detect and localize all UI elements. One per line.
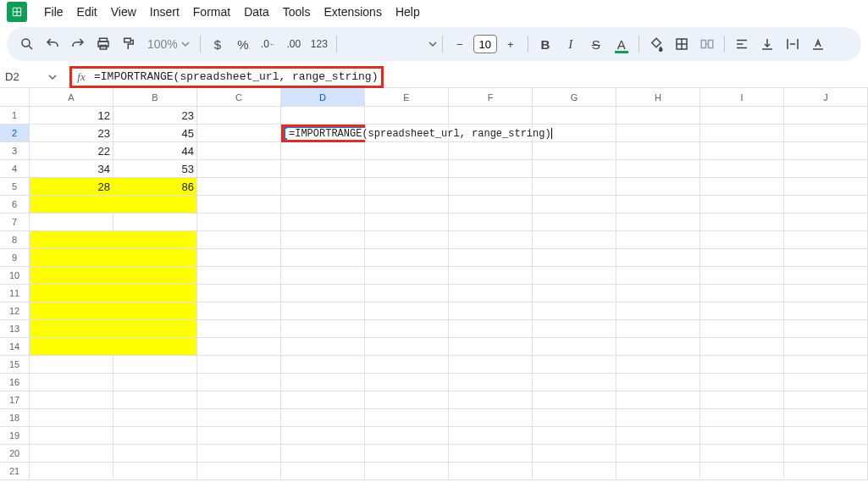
formula-input[interactable]: =IMPORTRANGE(spreadsheet_url, range_stri…	[91, 70, 381, 83]
search-icon[interactable]	[15, 32, 39, 56]
cell-H18[interactable]	[616, 409, 700, 427]
cell-J12[interactable]	[784, 302, 868, 320]
cell-C17[interactable]	[197, 391, 281, 409]
cell-I10[interactable]	[700, 267, 784, 285]
cell-J9[interactable]	[784, 249, 868, 267]
cell-A8[interactable]	[30, 231, 113, 249]
cell-D16[interactable]	[281, 374, 365, 391]
cell-G21[interactable]	[533, 463, 616, 480]
select-all-corner[interactable]	[0, 88, 30, 107]
cell-D2[interactable]: =IMPORTRANGE(spreadsheet_url, range_stri…	[281, 125, 365, 142]
cell-D13[interactable]	[281, 320, 365, 338]
bold-icon[interactable]: B	[534, 32, 557, 56]
cell-D20[interactable]	[281, 445, 365, 463]
cell-E6[interactable]	[365, 196, 449, 214]
cell-B15[interactable]	[113, 356, 197, 374]
col-header-D[interactable]: D	[281, 88, 365, 107]
cell-A7[interactable]	[30, 214, 113, 231]
cell-G7[interactable]	[533, 214, 616, 231]
cell-B14[interactable]	[113, 338, 197, 356]
cell-I2[interactable]	[700, 125, 784, 142]
borders-icon[interactable]	[670, 32, 694, 56]
cell-C8[interactable]	[197, 231, 281, 249]
cell-F20[interactable]	[449, 445, 533, 463]
cell-J15[interactable]	[784, 356, 868, 374]
cell-E18[interactable]	[365, 409, 449, 427]
cell-H11[interactable]	[616, 285, 700, 302]
col-header-C[interactable]: C	[197, 88, 281, 107]
cell-F14[interactable]	[449, 338, 533, 356]
col-header-H[interactable]: H	[616, 88, 700, 107]
row-header-17[interactable]: 17	[0, 391, 30, 409]
row-header-3[interactable]: 3	[0, 142, 30, 160]
cell-H19[interactable]	[616, 427, 700, 445]
cell-F16[interactable]	[449, 374, 533, 391]
cell-G15[interactable]	[533, 356, 616, 374]
menu-help[interactable]: Help	[389, 2, 427, 22]
redo-icon[interactable]	[66, 32, 90, 56]
cell-C7[interactable]	[197, 214, 281, 231]
cell-F4[interactable]	[449, 160, 533, 178]
cell-C11[interactable]	[197, 285, 281, 302]
cell-A2[interactable]: 23	[30, 125, 113, 142]
cell-F19[interactable]	[449, 427, 533, 445]
cell-C1[interactable]	[197, 107, 281, 125]
cell-J8[interactable]	[784, 231, 868, 249]
cell-G3[interactable]	[533, 142, 616, 160]
cell-A14[interactable]	[30, 338, 113, 356]
cell-C21[interactable]	[197, 463, 281, 480]
cell-E1[interactable]	[365, 107, 449, 125]
cell-J16[interactable]	[784, 374, 868, 391]
cell-G11[interactable]	[533, 285, 616, 302]
cell-D19[interactable]	[281, 427, 365, 445]
cell-B6[interactable]	[113, 196, 197, 214]
cell-G12[interactable]	[533, 302, 616, 320]
cell-I21[interactable]	[700, 463, 784, 480]
cell-I14[interactable]	[700, 338, 784, 356]
cell-J2[interactable]	[784, 125, 868, 142]
cell-H14[interactable]	[616, 338, 700, 356]
cell-G19[interactable]	[533, 427, 616, 445]
cell-A18[interactable]	[30, 409, 113, 427]
cell-A9[interactable]	[30, 249, 113, 267]
cell-F11[interactable]	[449, 285, 533, 302]
cell-I4[interactable]	[700, 160, 784, 178]
spreadsheet-grid[interactable]: ABCDEFGHIJ 1122322345=IMPORTRANGE(spread…	[0, 88, 868, 480]
currency-icon[interactable]: $	[206, 32, 229, 56]
cell-D6[interactable]	[281, 196, 365, 214]
cell-D18[interactable]	[281, 409, 365, 427]
cell-C10[interactable]	[197, 267, 281, 285]
col-header-A[interactable]: A	[30, 88, 113, 107]
cell-C16[interactable]	[197, 374, 281, 391]
cell-E21[interactable]	[365, 463, 449, 480]
cell-I13[interactable]	[700, 320, 784, 338]
col-header-G[interactable]: G	[533, 88, 616, 107]
row-header-19[interactable]: 19	[0, 427, 30, 445]
cell-J13[interactable]	[784, 320, 868, 338]
cell-B1[interactable]: 23	[113, 107, 197, 125]
cell-C20[interactable]	[197, 445, 281, 463]
cell-E5[interactable]	[365, 178, 449, 196]
cell-A19[interactable]	[30, 427, 113, 445]
cell-F17[interactable]	[449, 391, 533, 409]
cell-A20[interactable]	[30, 445, 113, 463]
cell-A13[interactable]	[30, 320, 113, 338]
cell-F13[interactable]	[449, 320, 533, 338]
cell-B2[interactable]: 45	[113, 125, 197, 142]
cell-D17[interactable]	[281, 391, 365, 409]
cell-I16[interactable]	[700, 374, 784, 391]
decrease-font-icon[interactable]: −	[448, 32, 472, 56]
cell-A17[interactable]	[30, 391, 113, 409]
menu-file[interactable]: File	[37, 2, 70, 22]
cell-I8[interactable]	[700, 231, 784, 249]
cell-G10[interactable]	[533, 267, 616, 285]
cell-A10[interactable]	[30, 267, 113, 285]
cell-I17[interactable]	[700, 391, 784, 409]
text-color-icon[interactable]: A	[610, 32, 633, 56]
cell-E4[interactable]	[365, 160, 449, 178]
row-header-21[interactable]: 21	[0, 463, 30, 480]
cell-J1[interactable]	[784, 107, 868, 125]
cell-H5[interactable]	[616, 178, 700, 196]
cell-C12[interactable]	[197, 302, 281, 320]
cell-H7[interactable]	[616, 214, 700, 231]
